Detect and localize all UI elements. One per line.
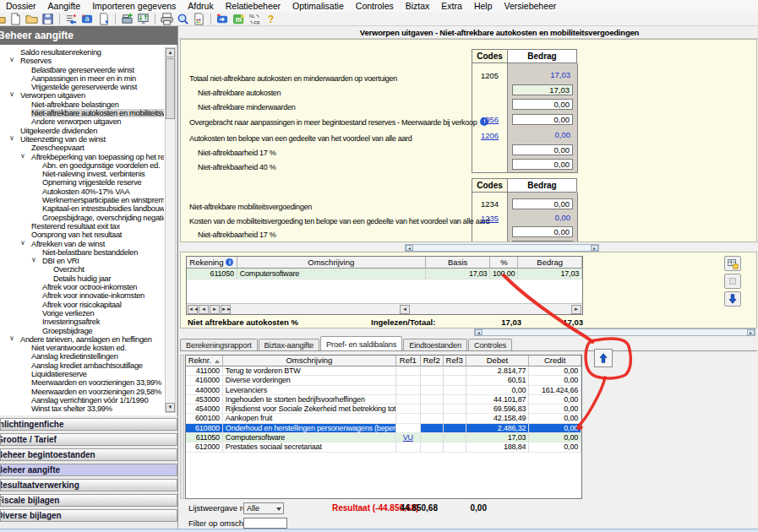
export-accounts-icon[interactable]: a: [80, 12, 95, 25]
tree-scrollbar[interactable]: ▲ ▼: [165, 47, 176, 413]
tree-item[interactable]: ∨Uitgekeerde dividenden: [2, 127, 164, 135]
tree-item[interactable]: ∨Aftrek voor innovatie-inkomsten: [2, 291, 164, 300]
document-export-icon[interactable]: [96, 12, 111, 25]
cash-register-icon[interactable]: [120, 12, 134, 25]
menu-item[interactable]: Afdruk: [182, 0, 219, 12]
tree-item[interactable]: ∨Autokosten 40%-17% VAA: [2, 187, 164, 196]
chevron-down-icon[interactable]: ∨: [20, 152, 25, 160]
tab[interactable]: Biztax-aangifte: [259, 339, 320, 350]
menu-item[interactable]: Controles: [350, 0, 400, 12]
screen-transfer-icon[interactable]: [136, 12, 150, 25]
balance-grid-row[interactable]: 610800 Onderhoud en herstellingen person…: [186, 424, 581, 433]
tree-item[interactable]: ∨Aanpassingen in meer en in min: [2, 74, 164, 83]
tree-item[interactable]: ∨Groepsbijdrage: [2, 327, 164, 335]
column-header-reknr[interactable]: Reknr.: [186, 356, 223, 366]
tree-item[interactable]: ∨Winst tax shelter 33,99%: [2, 404, 164, 413]
chevron-down-icon[interactable]: ∨: [9, 90, 14, 99]
tree-item[interactable]: ∨Niet verantwoorde kosten ed.: [2, 344, 164, 352]
column-header-pct[interactable]: %: [490, 257, 518, 269]
column-header-omschrijving[interactable]: Omschrijving: [237, 257, 426, 269]
menu-item[interactable]: Optimalisatie: [286, 0, 350, 12]
tab[interactable]: Eindtoestanden: [403, 339, 467, 350]
sidebar-panel-bar[interactable]: Grootte / Tarief: [0, 433, 177, 446]
column-header-rekening[interactable]: Rekeningi: [187, 257, 237, 269]
amount-field[interactable]: 0,00: [512, 213, 573, 224]
scroll-right-icon[interactable]: ►: [571, 305, 581, 314]
sidebar-panel-bar[interactable]: Diverse bijlagen: [0, 509, 177, 522]
tree-item[interactable]: ∨Saldo resultatenrekening: [2, 48, 164, 57]
monitoring-icon[interactable]: m: [232, 12, 246, 25]
tree-item[interactable]: ∨Opneming vrijgestelde reserve: [2, 178, 164, 187]
tree-item[interactable]: ∨Niet-naleving invest. verbintenis: [2, 170, 164, 178]
balance-grid-row[interactable]: 416000 Diverse vorderingen 60,51 0,00: [186, 376, 581, 385]
tree-item[interactable]: ∨Details huidig jaar: [2, 274, 164, 283]
amount-field[interactable]: 0,00: [512, 241, 573, 242]
import-data-icon[interactable]: [64, 12, 79, 25]
tree-item[interactable]: ∨Aftrekbeperking van toepassing op het r…: [2, 153, 164, 161]
scrollbar-thumb[interactable]: [166, 58, 175, 119]
tree-item[interactable]: ∨Andere verworpen uitgaven: [2, 117, 164, 126]
move-down-button[interactable]: [724, 291, 741, 307]
detail-grid-row[interactable]: 611050 Computersoftware 17,03 100,00 17,…: [187, 269, 582, 280]
scroll-right-icon[interactable]: ►: [591, 245, 598, 251]
bottom-horizontal-scrollbar[interactable]: ◄ ►: [474, 328, 755, 336]
tree-item[interactable]: ∨Niet-aftrekbare belastingen: [2, 100, 164, 109]
scroll-left-icon[interactable]: ◄: [400, 305, 410, 314]
tree-item[interactable]: ∨Werknemersparticipatie en winstpremies: [2, 196, 164, 204]
tree-item[interactable]: ∨Vrijgestelde gereserveerde winst: [2, 83, 164, 91]
open-file-icon[interactable]: [25, 12, 39, 25]
amount-field[interactable]: 0,00: [512, 226, 573, 237]
column-header-ref3[interactable]: Ref3: [444, 356, 466, 366]
tab[interactable]: Berekeningsrapport: [180, 339, 258, 350]
menu-item[interactable]: Help: [468, 0, 499, 12]
form-code[interactable]: 1234: [472, 198, 508, 210]
tree-item[interactable]: ∨Oorsprong van het resultaat: [2, 231, 164, 239]
sidebar-panel-bar[interactable]: Beheer begintoestanden: [0, 448, 177, 461]
scroll-up-icon[interactable]: ▲: [166, 48, 175, 57]
form-code[interactable]: 1235: [472, 212, 508, 225]
tree-item[interactable]: ∨Aftrek voor octrooi-inkomsten: [2, 283, 164, 291]
sidebar-panel-bar[interactable]: Beheer aangifte: [0, 464, 177, 476]
tree-item[interactable]: ∨Aftrek voor risicokapitaal: [2, 301, 164, 309]
info-icon[interactable]: i: [226, 258, 233, 266]
account-view-select[interactable]: Alle: [243, 502, 284, 514]
balance-grid-row[interactable]: 454000 Rijksdienst voor Sociale Zekerhei…: [186, 404, 581, 414]
balance-grid-row[interactable]: 611050 Computersoftware VU 17,03 0,00: [186, 433, 581, 442]
column-header-basis[interactable]: Basis: [426, 257, 491, 269]
balance-grid-row[interactable]: 612000 Prestaties sociaal secretariaat 1…: [186, 442, 581, 452]
tree-item[interactable]: ∨Overzicht: [2, 265, 164, 274]
column-header-debet[interactable]: Debet: [466, 356, 530, 366]
move-up-button[interactable]: [594, 349, 613, 367]
next-record-icon[interactable]: ►: [210, 305, 220, 314]
balance-grid-left-scrollbar[interactable]: [180, 355, 184, 499]
tree-item[interactable]: ∨Vorige verliezen: [2, 309, 164, 318]
column-header-credit[interactable]: Credit: [529, 356, 581, 366]
last-record-icon[interactable]: ►►: [221, 305, 231, 314]
column-header-ref1[interactable]: Ref1: [396, 356, 421, 366]
amount-field[interactable]: 0,00: [512, 198, 573, 209]
tab[interactable]: Controles: [468, 339, 512, 350]
balance-grid-row[interactable]: 440000 Leveranciers 0,00 161.424,66: [186, 386, 581, 395]
chevron-down-icon[interactable]: ∨: [9, 134, 14, 143]
help-icon[interactable]: ?: [264, 12, 278, 25]
tree-item[interactable]: ∨Resterend resultaat exit tax: [2, 222, 164, 231]
grid-settings-button[interactable]: [724, 256, 741, 271]
menu-item[interactable]: Versiebeheer: [498, 0, 562, 12]
tree-item[interactable]: ∨Groepsbijdrage, overschrijding negatief…: [2, 214, 164, 222]
tree-item[interactable]: ∨Reserves: [2, 57, 164, 65]
tree-item[interactable]: ∨Aanslag verrichtingen vóór 1/1/1990: [2, 396, 164, 404]
scroll-down-icon[interactable]: ▼: [166, 403, 175, 412]
tree-item[interactable]: ∨Uiteenzetting van de winst: [2, 135, 164, 144]
sidebar-panel-bar[interactable]: Fiscale bijlagen: [0, 494, 177, 507]
search-icon[interactable]: [176, 12, 190, 25]
column-header-omschrijving[interactable]: Omschrijving: [223, 356, 396, 366]
document-settings-icon[interactable]: [192, 12, 206, 25]
tree-item[interactable]: ∨Meerwaarden en voorzieningen 33,99%: [2, 378, 164, 387]
tree-item[interactable]: ∨Verworpen uitgaven: [2, 91, 164, 100]
tree-item[interactable]: ∨Andere tarieven, aanslagen en heffingen: [2, 335, 164, 344]
menu-item[interactable]: Extra: [435, 0, 468, 12]
chevron-down-icon[interactable]: ∨: [20, 239, 25, 247]
sort-asc-icon[interactable]: [215, 360, 220, 363]
open-folder-icon[interactable]: [0, 12, 7, 25]
scroll-left-icon[interactable]: ◄: [475, 329, 483, 335]
